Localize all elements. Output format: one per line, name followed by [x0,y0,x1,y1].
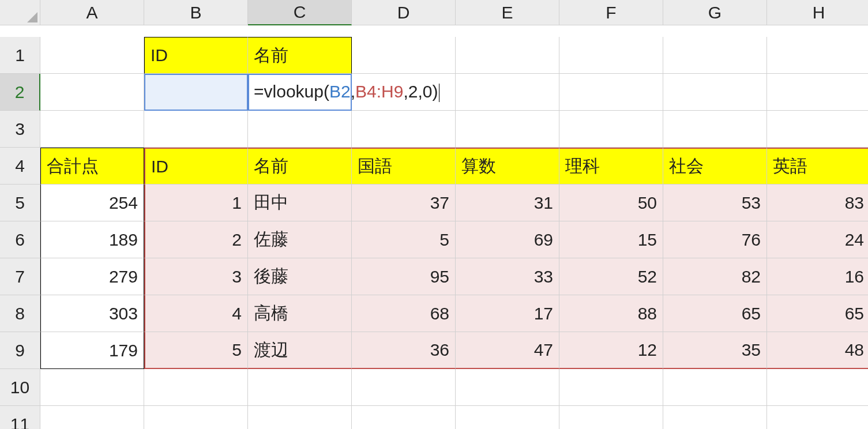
cell-H6[interactable]: 24 [767,221,868,258]
cell-E10[interactable] [456,369,559,406]
select-all-corner[interactable] [0,0,40,25]
cell-F6[interactable]: 15 [559,221,663,258]
cell-B1[interactable]: ID [144,37,248,74]
cell-G9[interactable]: 35 [663,332,767,369]
row-header-10[interactable]: 10 [0,369,40,406]
cell-F4[interactable]: 理科 [559,148,663,185]
cell-G11[interactable] [663,406,767,429]
cell-C8[interactable]: 高橋 [248,295,352,332]
cell-H1[interactable] [767,37,868,74]
cell-C10[interactable] [248,369,352,406]
cell-C9[interactable]: 渡辺 [248,332,352,369]
cell-C11[interactable] [248,406,352,429]
spreadsheet-grid[interactable]: A B C D E F G H 1 ID 名前 2 =vlookup(B2,B4… [0,0,868,429]
cell-H7[interactable]: 16 [767,258,868,295]
cell-A2[interactable] [40,74,144,111]
row-header-8[interactable]: 8 [0,295,40,332]
cell-A4[interactable]: 合計点 [40,148,144,185]
cell-H4[interactable]: 英語 [767,148,868,185]
cell-C5[interactable]: 田中 [248,185,352,221]
cell-D6[interactable]: 5 [352,221,456,258]
cell-A5[interactable]: 254 [40,185,144,221]
cell-H10[interactable] [767,369,868,406]
cell-A8[interactable]: 303 [40,295,144,332]
col-header-A[interactable]: A [40,0,144,25]
row-header-6[interactable]: 6 [0,221,40,258]
cell-F5[interactable]: 50 [559,185,663,221]
cell-A1[interactable] [40,37,144,74]
cell-B5[interactable]: 1 [144,185,248,221]
cell-C3[interactable] [248,111,352,148]
row-header-7[interactable]: 7 [0,258,40,295]
cell-E9[interactable]: 47 [456,332,559,369]
cell-C7[interactable]: 後藤 [248,258,352,295]
col-header-H[interactable]: H [767,0,868,25]
row-header-1[interactable]: 1 [0,37,40,74]
cell-D3[interactable] [352,111,456,148]
cell-B6[interactable]: 2 [144,221,248,258]
cell-B3[interactable] [144,111,248,148]
cell-E5[interactable]: 31 [456,185,559,221]
cell-C1[interactable]: 名前 [248,37,352,74]
cell-D9[interactable]: 36 [352,332,456,369]
cell-H9[interactable]: 48 [767,332,868,369]
col-header-D[interactable]: D [352,0,456,25]
cell-B11[interactable] [144,406,248,429]
col-header-F[interactable]: F [559,0,663,25]
cell-B7[interactable]: 3 [144,258,248,295]
cell-C4[interactable]: 名前 [248,148,352,185]
cell-C2[interactable]: =vlookup(B2,B4:H9,2,0) [248,74,352,111]
cell-G10[interactable] [663,369,767,406]
col-header-E[interactable]: E [456,0,559,25]
cell-H5[interactable]: 83 [767,185,868,221]
cell-F8[interactable]: 88 [559,295,663,332]
row-header-4[interactable]: 4 [0,148,40,185]
cell-E1[interactable] [456,37,559,74]
cell-A6[interactable]: 189 [40,221,144,258]
cell-H8[interactable]: 65 [767,295,868,332]
cell-D5[interactable]: 37 [352,185,456,221]
cell-G5[interactable]: 53 [663,185,767,221]
cell-A10[interactable] [40,369,144,406]
col-header-B[interactable]: B [144,0,248,25]
cell-E11[interactable] [456,406,559,429]
cell-G1[interactable] [663,37,767,74]
cell-F11[interactable] [559,406,663,429]
cell-G6[interactable]: 76 [663,221,767,258]
cell-D11[interactable] [352,406,456,429]
cell-E6[interactable]: 69 [456,221,559,258]
cell-D1[interactable] [352,37,456,74]
cell-A9[interactable]: 179 [40,332,144,369]
cell-A7[interactable]: 279 [40,258,144,295]
cell-E2[interactable] [456,74,559,111]
cell-H11[interactable] [767,406,868,429]
row-header-9[interactable]: 9 [0,332,40,369]
cell-F9[interactable]: 12 [559,332,663,369]
row-header-3[interactable]: 3 [0,111,40,148]
cell-F10[interactable] [559,369,663,406]
cell-G2[interactable] [663,74,767,111]
cell-D4[interactable]: 国語 [352,148,456,185]
cell-G7[interactable]: 82 [663,258,767,295]
cell-E7[interactable]: 33 [456,258,559,295]
cell-D7[interactable]: 95 [352,258,456,295]
cell-B4[interactable]: ID [144,148,248,185]
cell-E4[interactable]: 算数 [456,148,559,185]
cell-F2[interactable] [559,74,663,111]
col-header-G[interactable]: G [663,0,767,25]
cell-E8[interactable]: 17 [456,295,559,332]
row-header-11[interactable]: 11 [0,406,40,429]
cell-F3[interactable] [559,111,663,148]
row-header-5[interactable]: 5 [0,185,40,221]
cell-G4[interactable]: 社会 [663,148,767,185]
cell-A3[interactable] [40,111,144,148]
cell-D10[interactable] [352,369,456,406]
cell-B9[interactable]: 5 [144,332,248,369]
cell-G3[interactable] [663,111,767,148]
cell-H3[interactable] [767,111,868,148]
cell-A11[interactable] [40,406,144,429]
col-header-C[interactable]: C [248,0,352,25]
cell-B2[interactable] [144,74,248,111]
cell-F1[interactable] [559,37,663,74]
cell-B10[interactable] [144,369,248,406]
